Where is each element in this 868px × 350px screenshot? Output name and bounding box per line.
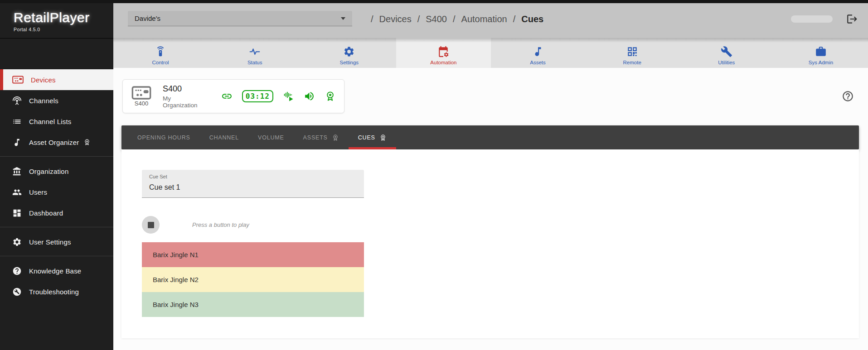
sidebar-item-users[interactable]: Users [0,182,113,202]
wrench-circle-icon [12,287,22,297]
device-status-icons: 03:12 [221,90,336,102]
volume-icon [304,91,315,102]
sidebar-divider [0,156,113,157]
breadcrumb: / Devices / S400 / Automation / Cues [371,0,543,38]
breadcrumb-s400[interactable]: S400 [426,14,447,24]
sidebar-item-user-settings[interactable]: User Settings [0,231,113,252]
main-content: S400 S400 My Organization 03:12 OPENING … [113,68,868,350]
device-selector-dropdown[interactable]: Davide's [128,11,352,26]
device-info: S400 My Organization [163,84,205,109]
tab-opening-hours[interactable]: OPENING HOURS [128,125,200,149]
sidebar-item-channel-lists[interactable]: Channel Lists [0,111,113,132]
breadcrumb-separator: / [513,14,516,24]
device-title: S400 [163,84,205,94]
nav-tab-remote[interactable]: Remote [585,38,679,68]
logout-icon[interactable] [846,13,858,25]
logo-block: RetailPlayer Portal 4.5.0 [0,0,113,38]
cue-set-select[interactable]: Cue Set Cue set 1 [142,170,364,198]
breadcrumb-separator: / [371,14,373,24]
sidebar-item-channels[interactable]: Channels [0,90,113,111]
bank-icon [12,167,22,176]
breadcrumb-separator: / [453,14,456,24]
award-badge-icon [379,134,387,141]
app-version: Portal 4.5.0 [14,27,113,32]
award-badge-icon [332,134,339,141]
users-icon [12,187,22,197]
wrench-icon [721,46,732,58]
award-badge-icon [83,139,91,146]
sidebar-item-knowledge-base[interactable]: Knowledge Base [0,260,113,281]
sidebar-divider [0,256,113,256]
section-nav-bar: Control Status Settings Automation Asset… [113,38,868,68]
award-badge-icon [325,91,336,102]
music-note-icon [532,46,544,58]
device-card: S400 S400 My Organization 03:12 [122,79,344,113]
tab-cues[interactable]: CUES [349,125,396,149]
masked-username-pill [791,15,833,23]
sidebar-menu: Devices Channels Channel Lists Asset Org… [0,69,113,302]
nav-tab-assets[interactable]: Assets [491,38,585,68]
briefcase-icon [815,46,827,58]
playback-row: Press a button to play [142,216,249,234]
header-right [791,0,858,38]
music-note-icon [12,138,22,147]
dashboard-icon [12,208,22,218]
qr-code-icon [626,46,638,58]
breadcrumb-devices[interactable]: Devices [379,14,412,24]
cue-set-label: Cue Set [149,174,357,179]
nav-tab-sys-admin[interactable]: Sys Admin [774,38,868,68]
breadcrumb-current-cues: Cues [521,14,543,24]
nav-tab-settings[interactable]: Settings [302,38,396,68]
sidebar-item-dashboard[interactable]: Dashboard [0,202,113,223]
nav-tab-control[interactable]: Control [113,38,208,68]
sidebar-item-asset-organizer[interactable]: Asset Organizer [0,132,113,153]
app-logo: RetailPlayer [14,10,113,25]
device-organization: My Organization [163,95,205,109]
tab-volume[interactable]: VOLUME [248,125,294,149]
sidebar-item-troubleshooting[interactable]: Troubleshooting [0,281,113,302]
sidebar-item-devices[interactable]: Devices [0,69,113,90]
stop-icon [148,222,154,228]
chevron-down-icon [341,17,345,20]
list-icon [12,117,22,126]
sidebar-divider [0,227,113,227]
cue-button-list: Barix Jingle N1 Barix Jingle N2 Barix Ji… [142,242,364,317]
timer-display: 03:12 [242,90,273,102]
breadcrumb-separator: / [417,14,420,24]
cue-button-barix-jingle-n3[interactable]: Barix Jingle N3 [142,292,364,317]
cue-set-value: Cue set 1 [149,183,357,192]
device-tab-strip: OPENING HOURS CHANNEL VOLUME ASSETS CUES [121,125,859,149]
nav-tab-automation[interactable]: Automation [396,38,490,68]
cue-button-barix-jingle-n1[interactable]: Barix Jingle N1 [142,242,364,267]
calendar-gear-icon [437,46,449,58]
tab-channel[interactable]: CHANNEL [200,125,248,149]
nav-tab-utilities[interactable]: Utilities [679,38,774,68]
top-border-strip [0,0,868,3]
waveform-play-icon [283,91,294,102]
antenna-icon [12,96,22,105]
retailplayer-app: RetailPlayer Portal 4.5.0 Devices Channe… [0,0,868,350]
question-circle-icon [12,266,22,276]
device-selector-value: Davide's [135,14,341,22]
sidebar: RetailPlayer Portal 4.5.0 Devices Channe… [0,0,113,350]
help-icon[interactable] [842,90,854,102]
cues-panel: Cue Set Cue set 1 Press a button to play… [121,149,859,338]
media-device-icon [131,86,152,100]
cue-button-barix-jingle-n2[interactable]: Barix Jingle N2 [142,267,364,292]
remote-control-icon [155,46,166,58]
playback-hint: Press a button to play [192,221,249,228]
tab-assets[interactable]: ASSETS [294,125,349,149]
activity-icon [249,46,261,58]
top-header-bar: Davide's / Devices / S400 / Automation /… [113,0,868,38]
breadcrumb-automation[interactable]: Automation [461,14,507,24]
gear-icon [343,46,355,58]
stop-button[interactable] [142,216,160,234]
link-icon [221,91,233,102]
device-thumbnail: S400 [131,86,152,107]
sidebar-item-organization[interactable]: Organization [0,161,113,182]
gear-icon [12,237,22,247]
nav-tab-status[interactable]: Status [208,38,302,68]
device-model-caption: S400 [135,100,148,107]
media-device-icon [12,76,24,84]
